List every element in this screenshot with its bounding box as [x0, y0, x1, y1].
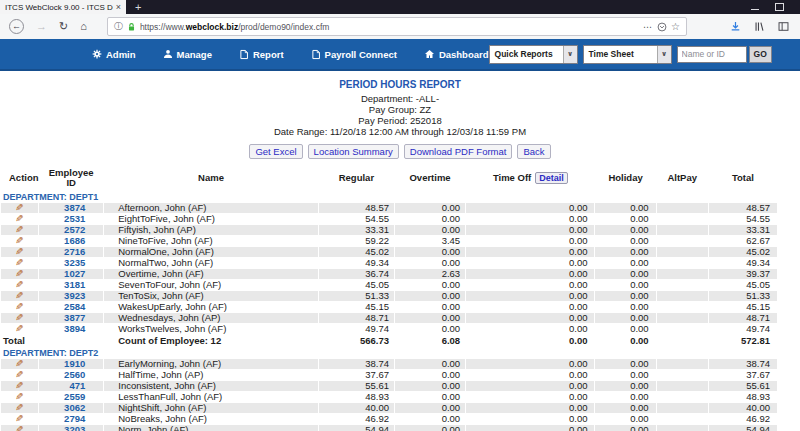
edit-pencil-icon[interactable]: ✎ [15, 203, 23, 212]
table-row: ✎ 2560 HalfTime, John (AP) 37.67 0.00 0.… [1, 370, 777, 380]
employee-id-link[interactable]: 2716 [39, 247, 103, 257]
tab-title: ITCS WebClock 9.00 - ITCS Demo Si [5, 3, 113, 12]
edit-pencil-icon[interactable]: ✎ [15, 425, 23, 431]
home-button[interactable]: ⌂ [80, 21, 87, 32]
edit-pencil-icon[interactable]: ✎ [15, 247, 23, 256]
edit-pencil-icon[interactable]: ✎ [15, 214, 23, 223]
employee-name: HalfTime, John (AP) [104, 370, 318, 380]
altpay-hours [657, 291, 708, 301]
quick-reports-select[interactable]: Quick Reports ∨ [489, 45, 578, 64]
edit-pencil-icon[interactable]: ✎ [15, 392, 23, 401]
forward-button[interactable]: → [36, 21, 47, 32]
employee-id-link[interactable]: 2531 [39, 214, 103, 224]
edit-pencil-icon[interactable]: ✎ [15, 225, 23, 234]
location-summary-button[interactable]: Location Summary [308, 144, 399, 159]
get-excel-button[interactable]: Get Excel [249, 144, 302, 159]
employee-id-link[interactable]: 3203 [39, 425, 103, 431]
employee-name: WakesUpEarly, John (AF) [104, 302, 318, 312]
site-info-icon[interactable]: ⓘ [114, 20, 123, 33]
library-icon[interactable] [754, 21, 765, 32]
back-button-report[interactable]: Back [517, 144, 550, 159]
padlock-icon [127, 22, 136, 32]
overtime-hours: 0.00 [395, 359, 465, 369]
employee-name: Fiftyish, John (AP) [104, 225, 318, 235]
edit-pencil-icon[interactable]: ✎ [15, 280, 23, 289]
employee-id-link[interactable]: 471 [39, 381, 103, 391]
table-row: ✎ 2559 LessThanFull, John (AF) 48.93 0.0… [1, 392, 777, 402]
app-navbar: Admin Manage Report Payroll Connect Dash… [0, 39, 800, 71]
employee-id-link[interactable]: 3923 [39, 291, 103, 301]
employee-name: Norm, John (AF) [104, 425, 318, 431]
time-off-hours: 0.00 [466, 247, 594, 257]
employee-id-link[interactable]: 3062 [39, 403, 103, 413]
employee-id-link[interactable]: 1686 [39, 236, 103, 246]
table-row: ✎ 3235 NormalTwo, John (AF) 49.34 0.00 0… [1, 258, 777, 268]
overtime-hours: 3.45 [395, 236, 465, 246]
employee-id-link[interactable]: 2584 [39, 302, 103, 312]
nav-item-report[interactable]: Report [239, 49, 284, 60]
tab-close-icon[interactable]: × [116, 3, 121, 12]
report-type-select[interactable]: Time Sheet ∨ [583, 45, 672, 64]
edit-pencil-icon[interactable]: ✎ [15, 302, 23, 311]
browser-tab[interactable]: ITCS WebClock 9.00 - ITCS Demo Si × [0, 0, 126, 14]
detail-button[interactable]: Detail [535, 172, 568, 184]
url-bar[interactable]: ⓘ https://www.webclock.biz/prod/demo90/i… [107, 17, 687, 36]
browser-toolbar: ← → ↻ ⌂ ⓘ https://www.webclock.biz/prod/… [0, 14, 800, 39]
downloads-icon[interactable] [730, 21, 741, 32]
nav-item-admin[interactable]: Admin [92, 49, 136, 60]
time-off-hours: 0.00 [466, 359, 594, 369]
edit-pencil-icon[interactable]: ✎ [15, 403, 23, 412]
reload-button[interactable]: ↻ [59, 21, 68, 32]
time-off-hours: 0.00 [466, 381, 594, 391]
page-actions-icon[interactable]: ⋯ [643, 22, 653, 32]
nav-item-payroll-connect[interactable]: Payroll Connect [311, 49, 397, 60]
edit-pencil-icon[interactable]: ✎ [15, 291, 23, 300]
total-regular: 566.73 [319, 335, 394, 347]
employee-id-link[interactable]: 3235 [39, 258, 103, 268]
go-button[interactable]: GO [749, 46, 772, 63]
employee-id-link[interactable]: 1027 [39, 269, 103, 279]
minimize-button[interactable] [751, 9, 759, 10]
pocket-icon[interactable] [657, 22, 667, 32]
holiday-hours: 0.00 [595, 203, 655, 213]
employee-id-link[interactable]: 3874 [39, 203, 103, 213]
employee-id-link[interactable]: 1910 [39, 359, 103, 369]
time-off-hours: 0.00 [466, 236, 594, 246]
edit-pencil-icon[interactable]: ✎ [15, 414, 23, 423]
maximize-button[interactable] [775, 3, 784, 11]
employee-id-link[interactable]: 2572 [39, 225, 103, 235]
edit-pencil-icon[interactable]: ✎ [15, 258, 23, 267]
edit-pencil-icon[interactable]: ✎ [15, 324, 23, 333]
edit-pencil-icon[interactable]: ✎ [15, 381, 23, 390]
regular-hours: 38.74 [319, 359, 394, 369]
url-text: https://www.webclock.biz/prod/demo90/ind… [140, 22, 639, 32]
nav-item-dashboard[interactable]: Dashboard [424, 49, 489, 60]
search-input[interactable] [677, 46, 747, 63]
time-off-hours: 0.00 [466, 324, 594, 334]
edit-pencil-icon[interactable]: ✎ [15, 236, 23, 245]
employee-name: SevenToFour, John (AF) [104, 280, 318, 290]
total-hours: 54.94 [709, 425, 777, 431]
employee-id-link[interactable]: 3894 [39, 324, 103, 334]
new-tab-button[interactable]: + [126, 0, 150, 14]
edit-pencil-icon[interactable]: ✎ [15, 370, 23, 379]
nav-item-manage[interactable]: Manage [163, 49, 212, 60]
bookmark-star-icon[interactable]: ☆ [671, 21, 680, 32]
employee-id-link[interactable]: 3877 [39, 313, 103, 323]
action-cell: ✎ [1, 370, 38, 380]
edit-pencil-icon[interactable]: ✎ [15, 269, 23, 278]
regular-hours: 45.05 [319, 280, 394, 290]
employee-id-link[interactable]: 2794 [39, 414, 103, 424]
altpay-hours [657, 302, 708, 312]
employee-id-link[interactable]: 2560 [39, 370, 103, 380]
edit-pencil-icon[interactable]: ✎ [15, 313, 23, 322]
header-name: Name [104, 165, 318, 191]
sidebar-icon[interactable] [778, 21, 789, 32]
download-pdf-button[interactable]: Download PDF Format [404, 144, 513, 159]
table-row: ✎ 3877 Wednesdays, John (AP) 48.71 0.00 … [1, 313, 777, 323]
employee-id-link[interactable]: 3181 [39, 280, 103, 290]
edit-pencil-icon[interactable]: ✎ [15, 359, 23, 368]
back-button[interactable]: ← [9, 19, 24, 34]
total-time-off: 0.00 [466, 335, 594, 347]
employee-id-link[interactable]: 2559 [39, 392, 103, 402]
